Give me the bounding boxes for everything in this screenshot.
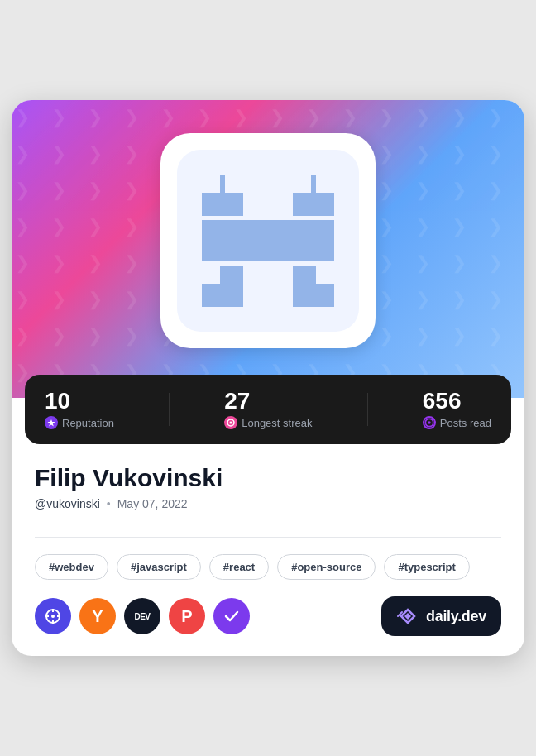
badge-y[interactable]: Y xyxy=(79,598,116,634)
daily-dev-icon xyxy=(396,605,419,628)
profile-joined-date: May 07, 2022 xyxy=(117,497,188,510)
badge-dev[interactable]: DEV xyxy=(124,598,160,634)
svg-rect-15 xyxy=(225,312,243,332)
profile-name: Filip Vukovinski xyxy=(35,464,501,492)
svg-rect-7 xyxy=(293,220,334,261)
svg-rect-12 xyxy=(293,175,311,193)
reputation-label: Reputation xyxy=(62,417,114,429)
avatar xyxy=(160,133,376,348)
streak-value: 27 xyxy=(224,390,250,413)
profile-meta: @vukovinski • May 07, 2022 xyxy=(35,497,501,510)
svg-rect-13 xyxy=(316,175,334,193)
svg-rect-16 xyxy=(293,312,311,332)
tag-webdev[interactable]: #webdev xyxy=(35,554,108,580)
posts-icon xyxy=(423,416,436,429)
profile-handle: @vukovinski xyxy=(35,497,100,510)
tag-typescript[interactable]: #typescript xyxy=(384,554,469,580)
avatar-image xyxy=(177,150,359,332)
bottom-row: Y DEV P daily.dev xyxy=(12,580,524,656)
reputation-icon xyxy=(45,416,58,429)
reputation-value: 10 xyxy=(45,390,70,413)
profile-header: ❯ xyxy=(12,100,524,398)
posts-label: Posts read xyxy=(440,417,491,429)
badge-crosshair[interactable] xyxy=(35,598,71,634)
stat-streak: 27 Longest streak xyxy=(224,390,312,429)
posts-value: 656 xyxy=(423,390,462,413)
badge-check-verified[interactable] xyxy=(213,598,250,634)
svg-point-21 xyxy=(230,422,232,424)
svg-point-23 xyxy=(428,421,430,423)
svg-rect-9 xyxy=(243,220,293,261)
svg-point-29 xyxy=(51,615,55,618)
stat-divider-1 xyxy=(169,393,170,426)
profile-dot: • xyxy=(107,497,111,510)
daily-dev-light: .dev xyxy=(457,608,486,624)
svg-rect-4 xyxy=(202,220,243,261)
tag-javascript[interactable]: #javascript xyxy=(117,554,201,580)
stat-reputation: 10 Reputation xyxy=(45,390,114,429)
svg-rect-14 xyxy=(202,266,220,284)
tag-open-source[interactable]: #open-source xyxy=(277,554,376,580)
svg-rect-10 xyxy=(202,175,220,193)
svg-rect-17 xyxy=(316,266,334,284)
svg-rect-11 xyxy=(225,175,243,193)
stat-posts: 656 Posts read xyxy=(423,390,491,429)
svg-marker-19 xyxy=(48,419,55,427)
stat-divider-2 xyxy=(367,393,368,426)
daily-dev-text: daily.dev xyxy=(426,608,486,625)
tag-react[interactable]: #react xyxy=(209,554,269,580)
profile-card: ❯ xyxy=(12,100,524,656)
badge-p[interactable]: P xyxy=(169,598,205,634)
profile-section: Filip Vukovinski @vukovinski • May 07, 2… xyxy=(12,444,524,520)
tags-section: #webdev #javascript #react #open-source … xyxy=(12,554,524,580)
stats-bar: 10 Reputation 27 Longest streak 656 xyxy=(25,375,511,444)
daily-dev-bold: daily xyxy=(426,608,457,624)
profile-divider xyxy=(35,537,501,538)
streak-label: Longest streak xyxy=(242,417,312,429)
daily-dev-branding[interactable]: daily.dev xyxy=(381,596,501,636)
streak-icon xyxy=(224,416,237,429)
badges-list: Y DEV P xyxy=(35,598,250,634)
